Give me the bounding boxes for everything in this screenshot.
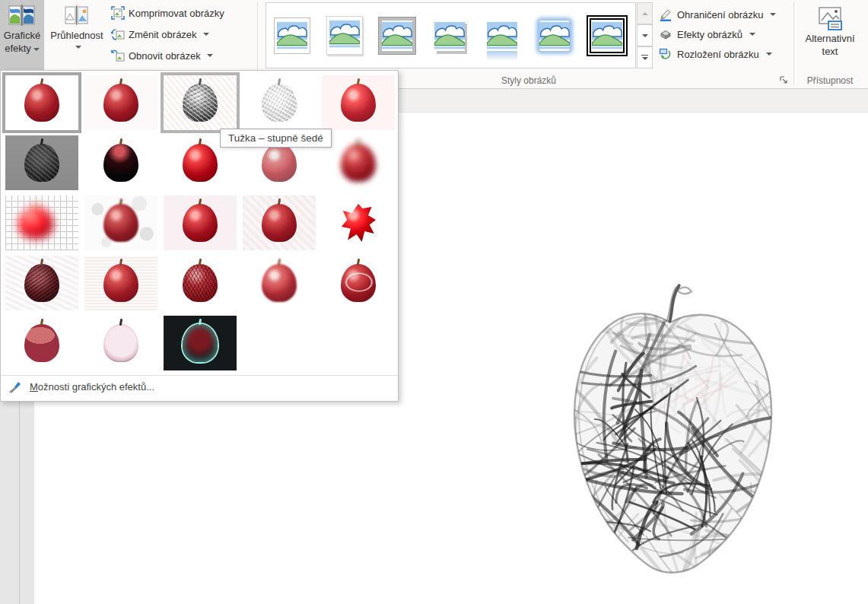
apple-preview: [183, 264, 218, 302]
picture-style-drop-shadow[interactable]: [431, 17, 468, 54]
picture-style-soft-edge[interactable]: [536, 17, 573, 54]
more-bar-icon: [641, 55, 648, 56]
picture-style-beveled-matte-white[interactable]: [326, 17, 363, 54]
style-frame: [434, 21, 465, 51]
artistic-effect-thumb-glass[interactable]: [322, 196, 395, 250]
brush-icon: [8, 380, 22, 393]
apple-preview: [262, 84, 297, 122]
change-picture-icon: [111, 27, 125, 41]
alt-text-label-line2: text: [822, 45, 838, 58]
apple-preview: [24, 144, 59, 182]
picture-effects-icon: [659, 27, 672, 41]
artistic-effect-thumb-cutout[interactable]: [5, 316, 78, 370]
artistic-effect-thumb-pencil-grayscale[interactable]: [164, 75, 237, 130]
picture-border-button[interactable]: Ohraničení obrázku: [659, 5, 776, 24]
artistic-effects-options-item[interactable]: Možnosti grafických efektů...: [1, 376, 398, 397]
apple-preview: [18, 207, 53, 239]
alt-text-button[interactable]: Alternativní text: [796, 0, 863, 70]
picture-style-metal-frame[interactable]: [379, 17, 415, 54]
picture-border-icon: [659, 8, 672, 21]
accessibility-group-label: Přístupnost: [796, 75, 863, 86]
artistic-effect-thumb-pencil-sketch[interactable]: [243, 75, 316, 130]
apple-preview: [103, 264, 138, 302]
artistic-effect-thumb-blur[interactable]: [322, 135, 395, 190]
gallery-scroll-up-button[interactable]: [637, 2, 653, 24]
group-separator: [793, 2, 794, 85]
artistic-effect-thumb-crisscross-etching[interactable]: [164, 256, 237, 310]
artistic-effect-thumb-plastic-wrap[interactable]: [322, 256, 395, 310]
artistic-effect-thumb-cement[interactable]: [5, 256, 78, 310]
apple-preview: [103, 324, 138, 362]
artistic-effects-label-line1: Grafické: [4, 29, 40, 42]
gallery-scrollbar: [637, 2, 653, 68]
picture-styles-gallery: [265, 2, 636, 68]
artistic-effect-thumb-chalk-sketch[interactable]: [5, 135, 78, 190]
document-picture[interactable]: [540, 274, 803, 584]
picture-style-double-frame-black[interactable]: [589, 17, 625, 54]
style-frame: [379, 17, 415, 54]
artistic-effects-dropdown: Možnosti grafických efektů...: [0, 70, 399, 402]
artistic-effects-gallery: [1, 71, 398, 370]
artistic-effect-thumb-none[interactable]: [5, 75, 78, 130]
transparency-label: Průhlednost: [50, 29, 103, 42]
triangle-down-icon: [642, 34, 648, 37]
reset-picture-label: Obnovit obrázek: [129, 50, 201, 62]
picture-layout-button[interactable]: Rozložení obrázku: [659, 44, 772, 64]
apple-preview: [262, 204, 297, 242]
alt-text-icon: [816, 6, 844, 32]
artistic-effect-thumb-watercolor-sponge[interactable]: [84, 196, 157, 250]
apple-preview: [341, 204, 376, 242]
artistic-effect-thumb-mosaic-bubbles[interactable]: [243, 196, 316, 250]
style-frame: [274, 17, 310, 54]
artistic-effect-thumb-film-grain[interactable]: [164, 196, 237, 250]
picture-style-simple-frame-white[interactable]: [274, 17, 310, 54]
transparency-icon: [64, 5, 90, 29]
gallery-more-button[interactable]: [637, 46, 653, 68]
gallery-scroll-down-button[interactable]: [637, 24, 653, 46]
compress-pictures-label: Komprimovat obrázky: [129, 8, 224, 19]
artistic-effect-thumb-marker[interactable]: [84, 75, 157, 130]
alt-text-label-line1: Alternativní: [805, 32, 854, 45]
chevron-down-icon: [75, 46, 81, 49]
artistic-effects-icon: [8, 5, 36, 29]
artistic-effect-thumb-line-drawing[interactable]: [322, 75, 395, 130]
picture-effects-label: Efekty obrázků: [677, 29, 742, 40]
style-frame: [590, 18, 625, 53]
artistic-effect-thumb-light-screen[interactable]: [5, 196, 78, 250]
tooltip: Tužka – stupně šedé: [220, 129, 332, 148]
style-frame: [539, 21, 570, 51]
options-accel: M: [30, 381, 38, 393]
chevron-down-icon: [749, 33, 755, 36]
apple-preview: [103, 84, 138, 122]
artistic-effects-label-line2: efekty: [5, 43, 31, 54]
compress-pictures-icon: [111, 6, 125, 20]
picture-effects-button[interactable]: Efekty obrázků: [659, 24, 755, 44]
triangle-down-icon: [642, 57, 648, 60]
transparency-button[interactable]: Průhlednost: [46, 0, 108, 70]
options-label: ožnosti grafických efektů...: [38, 381, 154, 393]
artistic-effect-thumb-glow-edges[interactable]: [164, 316, 237, 370]
apple-preview: [262, 144, 297, 182]
apple-preview: [103, 204, 138, 242]
style-frame: [487, 21, 517, 51]
style-frame: [326, 16, 363, 55]
artistic-effect-thumb-paint-strokes[interactable]: [84, 135, 157, 190]
artistic-effect-thumb-pastels-smooth[interactable]: [243, 256, 316, 310]
apple-preview: [183, 144, 218, 182]
artistic-effect-thumb-texturizer[interactable]: [84, 256, 157, 310]
chevron-down-icon: [33, 48, 40, 51]
chevron-down-icon: [766, 52, 772, 56]
apple-preview: [183, 204, 218, 242]
apple-preview: [183, 324, 218, 362]
change-picture-button[interactable]: Změnit obrázek: [111, 24, 209, 44]
chevron-down-icon: [770, 13, 776, 16]
apple-preview: [183, 84, 218, 122]
picture-layout-label: Rozložení obrázku: [677, 49, 759, 60]
apple-preview: [341, 144, 376, 182]
artistic-effects-button[interactable]: Grafické efekty: [0, 0, 44, 70]
artistic-effect-thumb-photocopy[interactable]: [84, 316, 157, 370]
picture-style-reflected[interactable]: [484, 17, 520, 54]
triangle-up-icon: [642, 12, 648, 15]
reset-picture-button[interactable]: Obnovit obrázek: [111, 46, 213, 65]
compress-pictures-button[interactable]: Komprimovat obrázky: [111, 3, 224, 23]
